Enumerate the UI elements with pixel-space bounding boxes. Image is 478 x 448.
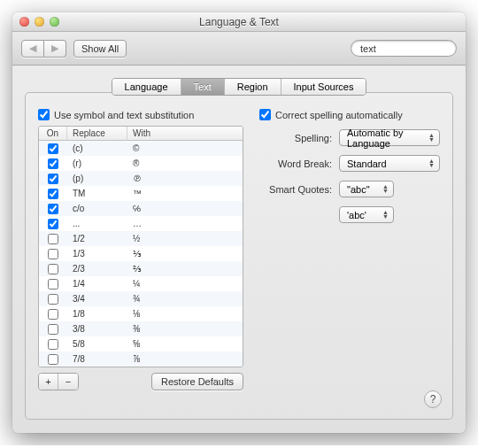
help-button[interactable]: ? [424, 390, 442, 408]
row-with: ¾ [127, 294, 243, 304]
row-checkbox[interactable] [48, 354, 58, 365]
row-checkbox[interactable] [48, 174, 58, 184]
show-all-button[interactable]: Show All [73, 40, 127, 58]
row-checkbox[interactable] [48, 234, 58, 244]
back-button[interactable]: ◀ [21, 40, 44, 58]
row-with: © [127, 143, 243, 153]
row-with: ⅜ [127, 324, 243, 334]
table-row[interactable]: (r)® [39, 156, 243, 171]
table-row[interactable]: c/o℅ [39, 201, 243, 216]
table-row[interactable]: 1/8⅛ [39, 306, 243, 321]
row-with: ⅛ [127, 309, 243, 319]
table-row[interactable]: 1/4¼ [39, 276, 243, 291]
table-row[interactable]: (p)℗ [39, 171, 243, 186]
spelling-value: Automatic by Language [347, 127, 425, 149]
row-replace: 2/3 [67, 264, 127, 274]
row-checkbox[interactable] [48, 219, 58, 229]
row-replace: 1/4 [67, 279, 127, 289]
table-row[interactable]: ...… [39, 216, 243, 231]
row-replace: (c) [67, 143, 127, 153]
chevron-updown-icon: ▲▼ [382, 210, 389, 219]
table-row[interactable]: 1/3⅓ [39, 246, 243, 261]
col-replace[interactable]: Replace [67, 127, 127, 141]
smartquotes-single-value: 'abc' [347, 210, 366, 220]
row-replace: (p) [67, 174, 127, 183]
row-checkbox[interactable] [48, 309, 58, 320]
wordbreak-label: Word Break: [259, 158, 332, 169]
row-with: ½ [127, 234, 243, 243]
tab-region[interactable]: Region [225, 79, 281, 95]
titlebar: Language & Text [12, 12, 466, 32]
chevron-updown-icon: ▲▼ [428, 133, 435, 142]
row-replace: 3/8 [67, 324, 127, 334]
row-checkbox[interactable] [48, 189, 58, 199]
table-row[interactable]: 7/8⅞ [39, 351, 243, 367]
correct-spelling-label: Correct spelling automatically [275, 110, 403, 120]
nav-seg: ◀ ▶ [21, 40, 66, 58]
tab-input-sources[interactable]: Input Sources [281, 79, 366, 95]
row-checkbox[interactable] [48, 324, 58, 335]
row-checkbox[interactable] [48, 143, 58, 154]
row-with: ℅ [127, 204, 243, 213]
table-row[interactable]: 3/8⅜ [39, 321, 243, 336]
row-checkbox[interactable] [48, 249, 58, 259]
tab-language[interactable]: Language [112, 79, 181, 95]
add-button[interactable]: + [39, 374, 58, 390]
substitution-column: Use symbol and text substitution On Repl… [38, 109, 243, 390]
col-on[interactable]: On [39, 127, 67, 141]
row-replace: 1/3 [67, 249, 127, 259]
row-replace: c/o [67, 204, 127, 213]
row-with: ⅞ [127, 354, 243, 364]
wordbreak-value: Standard [347, 158, 387, 169]
table-row[interactable]: 1/2½ [39, 231, 243, 246]
row-replace: 3/4 [67, 294, 127, 304]
row-checkbox[interactable] [48, 339, 58, 350]
row-checkbox[interactable] [48, 264, 58, 274]
row-replace: 1/2 [67, 234, 127, 243]
remove-button[interactable]: − [58, 374, 78, 390]
options-column: Correct spelling automatically Spelling:… [259, 109, 440, 390]
table-header: On Replace With [39, 127, 243, 141]
row-replace: 5/8 [67, 339, 127, 349]
row-replace: ... [67, 219, 127, 228]
preferences-window: Language & Text ◀ ▶ Show All × Language … [12, 12, 466, 433]
row-checkbox[interactable] [48, 204, 58, 214]
search-input[interactable] [360, 43, 466, 54]
smartquotes-double-value: "abc" [347, 184, 370, 195]
table-row[interactable]: (c)© [39, 141, 243, 156]
smartquotes-double-select[interactable]: "abc" ▲▼ [339, 181, 394, 197]
row-with: ™ [127, 189, 243, 198]
forward-button[interactable]: ▶ [44, 40, 66, 58]
row-with: ® [127, 158, 243, 168]
col-with[interactable]: With [127, 127, 243, 141]
table-row[interactable]: TM™ [39, 186, 243, 201]
row-checkbox[interactable] [48, 158, 58, 169]
use-substitution-checkbox[interactable] [38, 109, 50, 120]
search-field[interactable]: × [351, 40, 457, 57]
correct-spelling-checkbox[interactable] [259, 109, 271, 120]
row-with: ℗ [127, 174, 243, 183]
use-substitution-label: Use symbol and text substitution [54, 110, 194, 120]
table-body: (c)©(r)®(p)℗TM™c/o℅...…1/2½1/3⅓2/3⅔1/4¼3… [39, 141, 243, 367]
smartquotes-single-select[interactable]: 'abc' ▲▼ [339, 206, 394, 223]
table-row[interactable]: 5/8⅝ [39, 336, 243, 351]
chevron-updown-icon: ▲▼ [382, 184, 389, 193]
row-replace: TM [67, 189, 127, 198]
tab-bar: Language Text Region Input Sources [112, 78, 367, 96]
row-with: ⅓ [127, 249, 243, 259]
row-replace: (r) [67, 158, 127, 168]
table-row[interactable]: 2/3⅔ [39, 261, 243, 276]
row-with: ¼ [127, 279, 243, 289]
spelling-select[interactable]: Automatic by Language ▲▼ [339, 129, 440, 146]
wordbreak-select[interactable]: Standard ▲▼ [339, 155, 440, 172]
add-remove-seg: + − [38, 373, 79, 390]
row-with: … [127, 219, 243, 228]
smartquotes-label: Smart Quotes: [259, 184, 332, 195]
tab-text[interactable]: Text [181, 79, 225, 95]
pane-body: Language Text Region Input Sources Use s… [12, 66, 466, 429]
table-row[interactable]: 3/4¾ [39, 291, 243, 306]
row-checkbox[interactable] [48, 294, 58, 305]
row-checkbox[interactable] [48, 279, 58, 290]
window-title: Language & Text [12, 16, 466, 28]
restore-defaults-button[interactable]: Restore Defaults [151, 373, 243, 390]
